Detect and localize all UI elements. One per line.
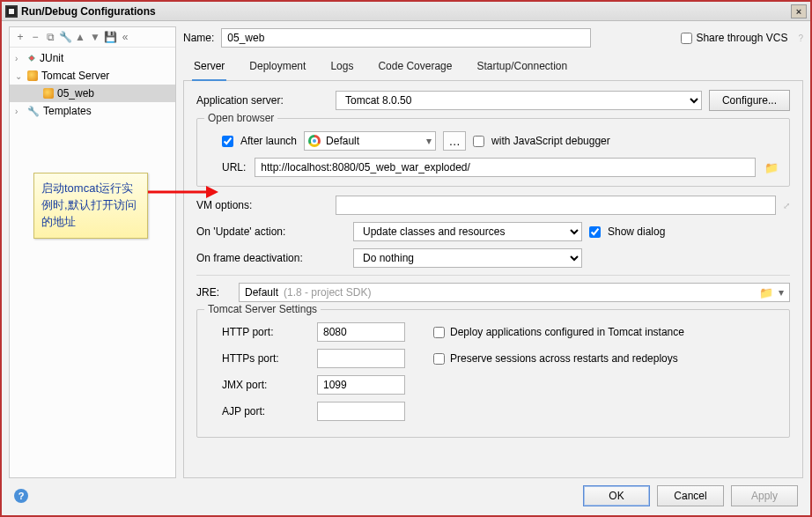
expand-icon[interactable]: ⤢: [783, 201, 790, 210]
name-input[interactable]: [221, 28, 591, 48]
tree-item-junit[interactable]: › JUnit: [10, 49, 175, 67]
preserve-sessions-label: Preserve sessions across restarts and re…: [450, 352, 678, 365]
deploy-configured-label: Deploy applications configured in Tomcat…: [450, 326, 684, 338]
separator: [196, 275, 790, 276]
folder-icon[interactable]: 📁: [764, 161, 779, 174]
chevron-down-icon: ⌄: [15, 71, 24, 81]
tabs: Server Deployment Logs Code Coverage Sta…: [183, 55, 803, 81]
on-frame-select[interactable]: Do nothing: [353, 248, 582, 268]
wrench-icon[interactable]: 🔧: [59, 31, 71, 43]
help-icon[interactable]: ?: [798, 33, 803, 43]
on-update-select[interactable]: Update classes and resources: [353, 222, 582, 241]
tab-server[interactable]: Server: [192, 55, 226, 81]
url-input[interactable]: [255, 158, 756, 177]
browser-more-button[interactable]: …: [443, 131, 466, 151]
tree-label: Templates: [43, 105, 92, 117]
config-tree-panel: + − ⧉ 🔧 ▲ ▼ 💾 « › JUnit: [9, 26, 176, 478]
js-debugger-label: with JavaScript debugger: [491, 135, 610, 147]
tree-label: 05_web: [57, 87, 94, 100]
tomcat-settings-fieldset: Tomcat Server Settings HTTP port: Deploy…: [196, 309, 790, 438]
annotation-note: 启动tomcat运行实例时,默认打开访问的地址: [33, 173, 148, 239]
tree-item-05-web[interactable]: 05_web: [10, 85, 175, 102]
chrome-icon: [308, 135, 321, 147]
dialog-window: Run/Debug Configurations × + − ⧉ 🔧 ▲ ▼ 💾…: [0, 0, 812, 517]
share-vcs-label: Share through VCS: [696, 32, 787, 44]
tomcat-icon: [27, 70, 38, 81]
jre-select[interactable]: Default (1.8 - project SDK) 📁 ▾: [239, 283, 790, 302]
deploy-configured-checkbox[interactable]: [433, 327, 445, 338]
copy-config-icon[interactable]: ⧉: [44, 31, 56, 43]
ok-button[interactable]: OK: [583, 485, 650, 506]
app-server-select[interactable]: Tomcat 8.0.50: [336, 91, 702, 110]
annotation-arrow-icon: [148, 183, 218, 201]
move-down-icon[interactable]: ▼: [89, 31, 101, 43]
folder-icon[interactable]: 📁: [759, 286, 773, 299]
tree-toolbar: + − ⧉ 🔧 ▲ ▼ 💾 «: [10, 27, 175, 48]
apply-button[interactable]: Apply: [731, 485, 798, 506]
server-panel: Application server: Tomcat 8.0.50 Config…: [183, 81, 803, 478]
add-config-icon[interactable]: +: [14, 31, 26, 43]
titlebar: Run/Debug Configurations ×: [2, 2, 810, 21]
url-label: URL:: [222, 161, 246, 174]
cancel-button[interactable]: Cancel: [657, 485, 724, 506]
http-port-input[interactable]: [317, 322, 405, 342]
after-launch-label: After launch: [240, 135, 297, 147]
tab-logs[interactable]: Logs: [328, 55, 355, 80]
ajp-port-label: AJP port:: [222, 405, 310, 417]
remove-config-icon[interactable]: −: [29, 31, 41, 43]
collapse-icon[interactable]: «: [119, 31, 131, 43]
config-editor: Name: Share through VCS ? Server Deploym…: [183, 26, 803, 478]
vm-options-input[interactable]: [336, 196, 776, 215]
tomcat-icon: [43, 88, 54, 99]
window-title: Run/Debug Configurations: [21, 5, 156, 18]
browser-select[interactable]: Default ▾: [304, 131, 436, 151]
help-button[interactable]: ?: [14, 489, 28, 503]
after-launch-checkbox[interactable]: [222, 136, 233, 147]
tab-deployment[interactable]: Deployment: [247, 55, 307, 80]
https-port-label: HTTPs port:: [222, 352, 310, 365]
open-browser-legend: Open browser: [204, 112, 277, 124]
junit-icon: [27, 54, 36, 63]
open-browser-fieldset: Open browser After launch Default ▾ …: [196, 118, 790, 187]
tree-item-templates[interactable]: › 🔧 Templates: [10, 102, 175, 120]
jre-hint: (1.8 - project SDK): [284, 286, 371, 299]
preserve-sessions-checkbox[interactable]: [433, 353, 445, 365]
chevron-right-icon: ›: [15, 107, 24, 116]
close-button[interactable]: ×: [791, 4, 807, 18]
share-vcs-checkbox[interactable]: [681, 33, 692, 44]
system-icon: [5, 5, 18, 18]
on-update-label: On 'Update' action:: [196, 225, 346, 238]
save-icon[interactable]: 💾: [104, 31, 116, 43]
http-port-label: HTTP port:: [222, 326, 310, 338]
configure-button[interactable]: Configure...: [709, 90, 790, 111]
tree-item-tomcat-server[interactable]: ⌄ Tomcat Server: [10, 67, 175, 85]
templates-icon: 🔧: [27, 106, 40, 117]
browser-value: Default: [326, 135, 359, 147]
move-up-icon[interactable]: ▲: [74, 31, 86, 43]
svg-marker-3: [206, 186, 218, 198]
config-tree: › JUnit ⌄ Tomcat Server 05_web: [10, 48, 175, 122]
jmx-port-input[interactable]: [317, 375, 405, 395]
jre-value: Default: [245, 286, 278, 299]
on-frame-label: On frame deactivation:: [196, 252, 346, 264]
show-dialog-checkbox[interactable]: [589, 226, 601, 238]
js-debugger-checkbox[interactable]: [473, 136, 484, 147]
tomcat-settings-legend: Tomcat Server Settings: [204, 303, 321, 315]
name-label: Name:: [183, 32, 214, 44]
vm-options-label: VM options:: [196, 199, 328, 211]
app-server-label: Application server:: [196, 94, 328, 107]
jmx-port-label: JMX port:: [222, 379, 310, 391]
tree-label: JUnit: [40, 52, 63, 64]
svg-rect-1: [9, 9, 14, 14]
chevron-right-icon: ›: [15, 54, 24, 63]
tab-code-coverage[interactable]: Code Coverage: [376, 55, 454, 80]
dialog-footer: ? OK Cancel Apply: [9, 478, 803, 510]
https-port-input[interactable]: [317, 349, 405, 368]
tab-startup-connection[interactable]: Startup/Connection: [475, 55, 569, 80]
tree-label: Tomcat Server: [41, 70, 109, 82]
show-dialog-label: Show dialog: [608, 225, 665, 238]
jre-label: JRE:: [196, 286, 232, 299]
ajp-port-input[interactable]: [317, 402, 405, 421]
